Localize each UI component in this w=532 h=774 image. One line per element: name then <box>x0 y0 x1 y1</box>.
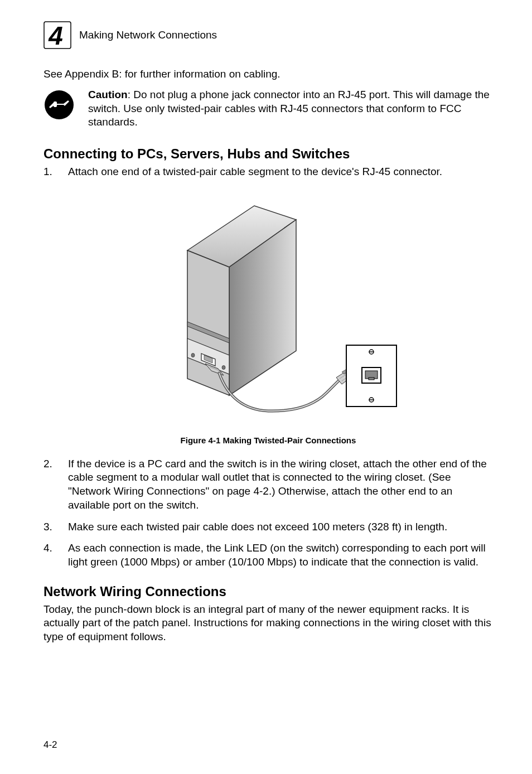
list-number: 4. <box>43 541 55 569</box>
svg-point-9 <box>191 353 195 357</box>
list-item-text: As each connection is made, the Link LED… <box>68 541 493 569</box>
svg-rect-27 <box>369 378 374 380</box>
svg-point-10 <box>222 365 225 369</box>
list-number: 1. <box>43 165 55 179</box>
caution-body: : Do not plug a phone jack connector int… <box>88 89 490 128</box>
caution-icon <box>43 89 77 123</box>
caution-label: Caution <box>88 89 128 100</box>
figure-caption: Figure 4-1 Making Twisted-Pair Connectio… <box>43 436 493 445</box>
figure-4-1 <box>43 189 493 425</box>
chapter-number-icon: 4 <box>43 21 71 49</box>
intro-text: See Appendix B: for further information … <box>43 68 493 80</box>
section-heading-network-wiring: Network Wiring Connections <box>43 584 493 599</box>
list-item-text: If the device is a PC card and the switc… <box>68 457 493 512</box>
list-item-text: Attach one end of a twisted-pair cable s… <box>68 165 493 179</box>
caution-text: Caution: Do not plug a phone jack connec… <box>88 88 493 129</box>
list-item-text: Make sure each twisted pair cable does n… <box>68 520 493 534</box>
svg-rect-3 <box>54 101 57 107</box>
list-number: 3. <box>43 520 55 534</box>
svg-text:4: 4 <box>48 21 63 49</box>
svg-marker-6 <box>187 250 229 395</box>
section2-paragraph: Today, the punch-down block is an integr… <box>43 603 493 644</box>
page-number: 4-2 <box>43 739 57 751</box>
running-header: Making Network Connections <box>79 29 217 41</box>
section-heading-connecting: Connecting to PCs, Servers, Hubs and Swi… <box>43 146 493 162</box>
list-number: 2. <box>43 457 55 512</box>
